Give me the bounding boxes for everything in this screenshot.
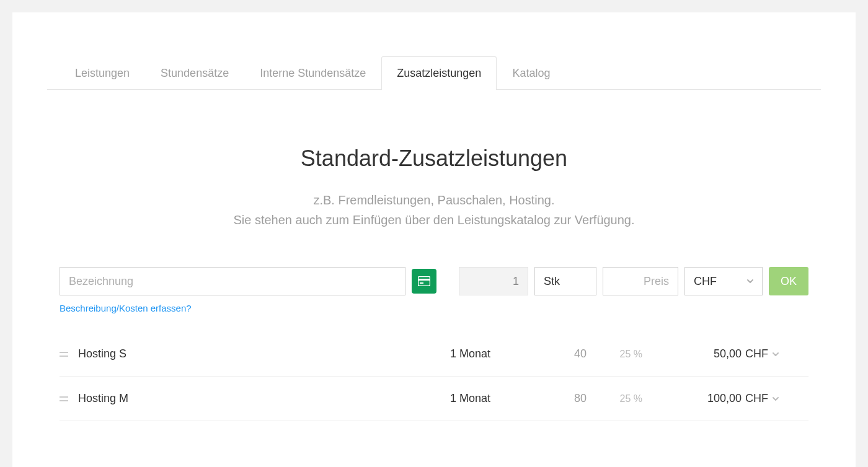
drag-handle-icon[interactable] — [60, 396, 78, 402]
item-quantity: 1 Monat — [450, 347, 531, 360]
hero: Standard-Zusatzleistungen z.B. Fremdleis… — [12, 90, 856, 267]
price-input[interactable] — [603, 267, 678, 295]
row-menu[interactable] — [771, 350, 808, 359]
unit-input[interactable] — [534, 267, 596, 295]
tab-zusatzleistungen[interactable]: Zusatzleistungen — [381, 56, 497, 90]
svg-rect-2 — [420, 282, 423, 284]
tab-katalog[interactable]: Katalog — [497, 56, 565, 90]
item-price: 50,00 — [642, 347, 742, 360]
drag-handle-icon[interactable] — [60, 351, 78, 357]
item-percent: 25 % — [587, 393, 642, 404]
currency-value: CHF — [694, 275, 717, 288]
card-button[interactable] — [412, 269, 436, 294]
page-title: Standard-Zusatzleistungen — [50, 146, 818, 172]
currency-select[interactable]: CHF — [684, 267, 763, 295]
page-subtitle-2: Sie stehen auch zum Einfügen über den Le… — [50, 210, 818, 230]
tabs: Leistungen Stundensätze Interne Stundens… — [47, 12, 821, 90]
svg-rect-0 — [418, 277, 430, 286]
credit-card-icon — [418, 276, 430, 286]
item-price: 100,00 — [642, 392, 742, 405]
item-currency: CHF — [742, 392, 771, 405]
row-menu[interactable] — [771, 395, 808, 403]
item-name: Hosting S — [78, 347, 450, 360]
item-quantity: 1 Monat — [450, 392, 531, 405]
description-link[interactable]: Beschreibung/Kosten erfassen? — [12, 295, 856, 313]
items-list: Hosting S 1 Monat 40 25 % 50,00 CHF Host… — [12, 313, 856, 421]
list-item: Hosting S 1 Monat 40 25 % 50,00 CHF — [60, 332, 808, 377]
page-subtitle-1: z.B. Fremdleistungen, Pauschalen, Hostin… — [50, 190, 818, 210]
tab-stundensaetze[interactable]: Stundensätze — [145, 56, 244, 90]
svg-rect-1 — [418, 279, 430, 281]
quantity-input[interactable] — [459, 267, 528, 295]
ok-button[interactable]: OK — [769, 267, 808, 295]
item-cost: 80 — [531, 392, 587, 405]
item-currency: CHF — [742, 347, 771, 360]
item-percent: 25 % — [587, 349, 642, 360]
tab-leistungen[interactable]: Leistungen — [60, 56, 145, 90]
tab-interne-stundensaetze[interactable]: Interne Stundensätze — [244, 56, 381, 90]
chevron-down-icon — [771, 350, 780, 359]
main-card: Leistungen Stundensätze Interne Stundens… — [12, 12, 856, 467]
item-name: Hosting M — [78, 392, 450, 405]
name-input[interactable] — [60, 267, 405, 295]
item-cost: 40 — [531, 347, 587, 360]
chevron-down-icon — [771, 395, 780, 403]
add-item-form: CHF OK — [12, 267, 856, 295]
chevron-down-icon — [746, 277, 755, 286]
list-item: Hosting M 1 Monat 80 25 % 100,00 CHF — [60, 377, 808, 421]
